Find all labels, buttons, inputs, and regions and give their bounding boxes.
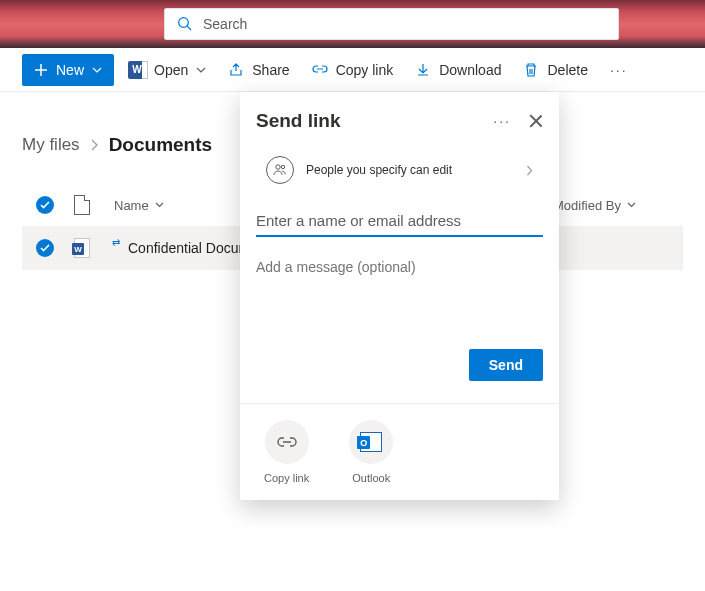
word-doc-icon (74, 238, 90, 258)
people-icon (266, 156, 294, 184)
message-input[interactable] (256, 255, 543, 279)
svg-point-3 (281, 165, 284, 168)
copy-link-option[interactable]: Copy link (264, 420, 309, 484)
dialog-more-button[interactable]: ··· (493, 113, 511, 129)
svg-line-1 (187, 26, 191, 30)
share-button[interactable]: Share (220, 54, 297, 86)
check-icon (36, 239, 54, 257)
outlook-option-label: Outlook (352, 472, 390, 484)
new-button[interactable]: New (22, 54, 114, 86)
permission-label: People you specify can edit (306, 163, 514, 177)
download-icon (415, 62, 431, 78)
close-icon[interactable] (529, 114, 543, 128)
trash-icon (523, 62, 539, 78)
new-button-label: New (56, 62, 84, 78)
outlook-icon (349, 420, 393, 464)
breadcrumb-parent[interactable]: My files (22, 135, 80, 155)
svg-point-2 (276, 165, 280, 169)
filetype-column[interactable] (74, 195, 110, 215)
more-button[interactable]: ··· (602, 54, 636, 86)
modifiedby-column-label: Modified By (553, 198, 621, 213)
share-label: Share (252, 62, 289, 78)
send-link-dialog: Send link ··· People you specify can edi… (240, 92, 559, 500)
copy-link-option-label: Copy link (264, 472, 309, 484)
divider (240, 403, 559, 404)
delete-button[interactable]: Delete (515, 54, 595, 86)
permission-selector[interactable]: People you specify can edit (266, 156, 533, 184)
file-icon (74, 195, 90, 215)
download-button[interactable]: Download (407, 54, 509, 86)
share-icon (228, 62, 244, 78)
send-button[interactable]: Send (469, 349, 543, 381)
copy-link-button[interactable]: Copy link (304, 54, 402, 86)
sync-icon: ⇄ (112, 237, 120, 248)
row-filetype (74, 238, 110, 258)
dialog-header: Send link ··· (256, 110, 543, 132)
recipient-input[interactable] (256, 206, 543, 237)
chevron-down-icon (627, 202, 636, 208)
chevron-down-icon (92, 67, 102, 73)
search-box[interactable]: Search (164, 8, 619, 40)
dialog-title: Send link (256, 110, 493, 132)
row-filename: Confidential Docum (128, 240, 250, 256)
word-icon: W (128, 61, 146, 79)
copy-link-label: Copy link (336, 62, 394, 78)
plus-icon (34, 63, 48, 77)
check-icon (36, 196, 54, 214)
modifiedby-column-header[interactable]: Modified By (553, 198, 683, 213)
command-toolbar: New W Open Share Copy link Download Dele… (0, 48, 705, 92)
open-button[interactable]: W Open (120, 54, 214, 86)
svg-point-0 (179, 18, 189, 28)
chevron-right-icon (90, 138, 99, 152)
search-icon (177, 16, 193, 32)
chevron-right-icon (526, 165, 533, 176)
breadcrumb-current: Documents (109, 134, 212, 156)
row-select[interactable] (32, 239, 74, 257)
download-label: Download (439, 62, 501, 78)
share-options: Copy link Outlook (256, 420, 543, 484)
name-column-label: Name (114, 198, 149, 213)
open-label: Open (154, 62, 188, 78)
header-banner: Search (0, 0, 705, 48)
chevron-down-icon (155, 202, 164, 208)
delete-label: Delete (547, 62, 587, 78)
copy-link-icon (265, 420, 309, 464)
search-placeholder: Search (203, 16, 247, 32)
select-all[interactable] (32, 196, 74, 214)
outlook-option[interactable]: Outlook (349, 420, 393, 484)
link-icon (312, 62, 328, 78)
chevron-down-icon (196, 67, 206, 73)
